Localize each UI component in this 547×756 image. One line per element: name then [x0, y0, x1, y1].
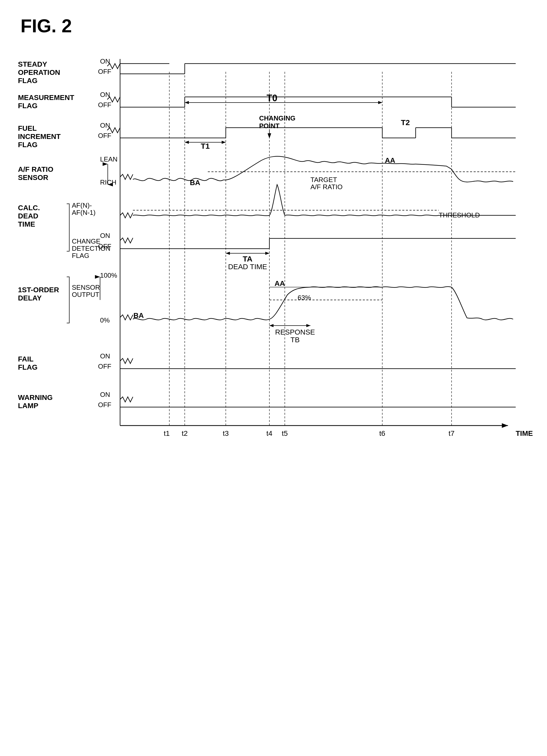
svg-text:LEAN: LEAN: [100, 155, 117, 163]
svg-text:CHANGING: CHANGING: [259, 114, 296, 122]
svg-text:t4: t4: [266, 429, 272, 437]
svg-text:ON: ON: [100, 122, 110, 129]
svg-text:LAMP: LAMP: [18, 402, 38, 410]
svg-text:FLAG: FLAG: [18, 141, 37, 149]
svg-text:T2: T2: [401, 118, 410, 127]
svg-text:T1: T1: [201, 142, 209, 150]
svg-text:t7: t7: [449, 429, 454, 437]
svg-text:63%: 63%: [298, 294, 311, 301]
svg-text:TIME: TIME: [516, 429, 533, 437]
svg-text:TB: TB: [291, 336, 300, 344]
svg-text:FLAG: FLAG: [72, 252, 89, 259]
svg-text:t5: t5: [282, 429, 288, 437]
svg-text:DEAD TIME: DEAD TIME: [228, 263, 267, 271]
svg-text:OFF: OFF: [98, 68, 111, 75]
svg-text:A/F RATIO: A/F RATIO: [18, 165, 53, 173]
svg-text:1ST-ORDER: 1ST-ORDER: [18, 286, 59, 294]
svg-text:RICH: RICH: [100, 178, 116, 186]
svg-text:FLAG: FLAG: [18, 363, 37, 371]
svg-text:CALC.: CALC.: [18, 204, 40, 212]
svg-text:AF(N)-: AF(N)-: [72, 201, 92, 209]
svg-text:CHANGE: CHANGE: [72, 237, 100, 245]
svg-text:SENSOR: SENSOR: [72, 284, 100, 291]
svg-text:ON: ON: [100, 352, 110, 360]
svg-text:FLAG: FLAG: [18, 102, 37, 110]
svg-text:ON: ON: [100, 91, 110, 98]
svg-text:FLAG: FLAG: [18, 77, 37, 85]
svg-text:FUEL: FUEL: [18, 124, 37, 132]
svg-text:ON: ON: [100, 391, 110, 398]
svg-text:DELAY: DELAY: [18, 294, 42, 302]
svg-text:ON: ON: [100, 232, 110, 239]
svg-text:AA: AA: [275, 279, 285, 287]
svg-text:TARGET: TARGET: [311, 176, 337, 184]
svg-text:RESPONSE: RESPONSE: [275, 328, 315, 336]
svg-text:OPERATION: OPERATION: [18, 68, 60, 76]
svg-text:t2: t2: [182, 429, 187, 437]
page-title: FIG. 2: [21, 15, 72, 36]
svg-text:t1: t1: [164, 429, 169, 437]
svg-text:OFF: OFF: [98, 362, 111, 370]
svg-text:t6: t6: [379, 429, 385, 437]
svg-text:t3: t3: [223, 429, 228, 437]
svg-text:OFF: OFF: [98, 243, 111, 250]
svg-text:FAIL: FAIL: [18, 355, 34, 363]
svg-text:0%: 0%: [100, 316, 110, 324]
svg-text:WARNING: WARNING: [18, 394, 53, 401]
svg-text:TIME: TIME: [18, 220, 35, 228]
svg-text:AF(N-1): AF(N-1): [72, 209, 95, 216]
svg-text:INCREMENT: INCREMENT: [18, 133, 61, 140]
svg-text:MEASUREMENT: MEASUREMENT: [18, 94, 74, 102]
svg-text:OUTPUT: OUTPUT: [72, 291, 99, 298]
svg-text:DEAD: DEAD: [18, 212, 38, 220]
svg-text:TA: TA: [243, 255, 252, 263]
svg-text:STEADY: STEADY: [18, 60, 47, 68]
svg-text:OFF: OFF: [98, 401, 111, 409]
svg-text:OFF: OFF: [98, 101, 111, 109]
svg-text:OFF: OFF: [98, 132, 111, 139]
diagram-container: STEADY OPERATION FLAG ON OFF MEASUREMENT…: [15, 46, 541, 738]
svg-text:T0: T0: [266, 93, 278, 103]
svg-text:SENSOR: SENSOR: [18, 174, 48, 182]
svg-text:100%: 100%: [100, 271, 117, 279]
svg-text:A/F RATIO: A/F RATIO: [311, 183, 343, 191]
svg-text:ON: ON: [100, 57, 110, 65]
